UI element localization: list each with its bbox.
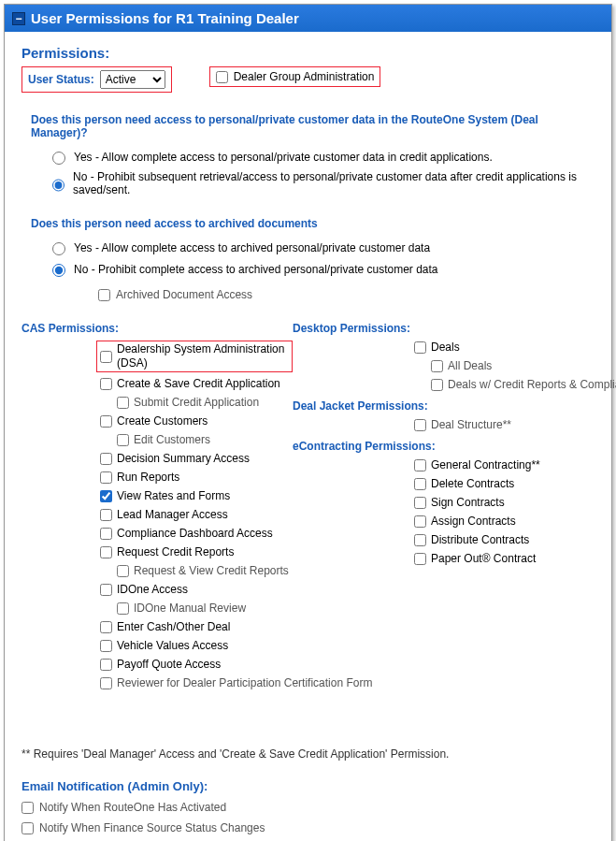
decision-checkbox[interactable] — [100, 453, 112, 465]
idone-manual-checkbox[interactable] — [117, 602, 129, 615]
permissions-panel: − User Permissions for R1 Training Deale… — [4, 4, 612, 841]
user-status-label: User Status: — [28, 73, 94, 86]
sign-contracts-checkbox[interactable] — [414, 497, 426, 509]
dealer-group-admin-label: Dealer Group Administration — [234, 70, 375, 83]
req-view-checkbox[interactable] — [117, 565, 129, 577]
submit-label: Submit Credit Application — [134, 396, 259, 410]
general-contracting-label: General Contracting** — [431, 458, 540, 472]
idone-label: IDOne Access — [117, 583, 188, 597]
q1-no-row[interactable]: No - Prohibit subsequent retrieval/acces… — [48, 170, 595, 196]
footnote: ** Requires 'Deal Manager' Access and 'C… — [21, 747, 595, 761]
permissions-heading: Permissions: — [21, 45, 595, 61]
desktop-heading: Desktop Permissions: — [293, 322, 616, 335]
all-deals-checkbox[interactable] — [431, 360, 443, 372]
general-contracting-checkbox[interactable] — [414, 459, 426, 471]
deals-credit-label: Deals w/ Credit Reports & Compliance — [448, 378, 616, 392]
req-credit-label: Request Credit Reports — [117, 545, 234, 559]
sign-contracts-label: Sign Contracts — [431, 496, 505, 510]
deal-structure-checkbox[interactable] — [414, 419, 426, 431]
paper-out-label: Paper Out® Contract — [431, 552, 536, 566]
q2-heading: Does this person need access to archived… — [31, 217, 595, 230]
deals-checkbox[interactable] — [414, 341, 426, 354]
q2-no-label: No - Prohibit complete access to archive… — [74, 263, 438, 276]
vehicle-values-checkbox[interactable] — [100, 640, 112, 652]
payoff-checkbox[interactable] — [100, 659, 112, 671]
user-status-select[interactable]: Active — [100, 70, 165, 89]
compliance-label: Compliance Dashboard Access — [117, 527, 273, 541]
dealer-group-admin-checkbox[interactable] — [216, 71, 228, 83]
q2-no-radio[interactable] — [52, 264, 65, 277]
notify-finsource-checkbox[interactable] — [21, 822, 34, 834]
distribute-contracts-label: Distribute Contracts — [431, 533, 529, 547]
q2-yes-radio[interactable] — [52, 242, 65, 255]
archived-doc-label: Archived Document Access — [116, 288, 252, 301]
create-save-checkbox[interactable] — [100, 378, 112, 390]
assign-contracts-label: Assign Contracts — [431, 515, 516, 529]
q1-no-label: No - Prohibit subsequent retrieval/acces… — [73, 170, 595, 196]
notify-activated-checkbox[interactable] — [21, 802, 34, 814]
deals-credit-checkbox[interactable] — [431, 379, 443, 391]
run-reports-label: Run Reports — [117, 471, 179, 485]
create-cust-label: Create Customers — [117, 414, 208, 428]
econ-heading: eContracting Permissions: — [293, 440, 616, 453]
paper-out-checkbox[interactable] — [414, 553, 426, 565]
notify-finsource-label: Notify When Finance Source Status Change… — [39, 821, 265, 834]
deal-structure-label: Deal Structure** — [431, 418, 511, 432]
lead-mgr-label: Lead Manager Access — [117, 508, 228, 522]
create-cust-checkbox[interactable] — [100, 415, 112, 428]
archived-doc-checkbox[interactable] — [98, 289, 110, 301]
idone-checkbox[interactable] — [100, 584, 112, 596]
assign-contracts-checkbox[interactable] — [414, 515, 426, 528]
deals-label: Deals — [431, 341, 460, 355]
decision-label: Decision Summary Access — [117, 452, 250, 466]
collapse-icon[interactable]: − — [12, 12, 25, 25]
vehicle-values-label: Vehicle Values Access — [117, 639, 228, 653]
payoff-label: Payoff Quote Access — [117, 658, 221, 672]
req-credit-checkbox[interactable] — [100, 546, 112, 558]
title-bar: − User Permissions for R1 Training Deale… — [5, 5, 611, 32]
q2-no-row[interactable]: No - Prohibit complete access to archive… — [48, 261, 595, 277]
run-reports-checkbox[interactable] — [100, 471, 112, 484]
view-rates-label: View Rates and Forms — [117, 489, 230, 503]
q2-yes-label: Yes - Allow complete access to archived … — [74, 241, 430, 254]
q1-no-radio[interactable] — [52, 179, 64, 192]
q1-heading: Does this person need access to personal… — [31, 113, 595, 139]
user-status-box: User Status: Active — [21, 66, 172, 93]
delete-contracts-checkbox[interactable] — [414, 478, 426, 490]
all-deals-label: All Deals — [448, 359, 492, 373]
panel-title: User Permissions for R1 Training Dealer — [31, 10, 299, 26]
q2-yes-row[interactable]: Yes - Allow complete access to archived … — [48, 239, 595, 255]
reviewer-checkbox[interactable] — [100, 677, 112, 689]
dsa-checkbox[interactable] — [100, 351, 112, 363]
enter-cash-label: Enter Cash/Other Deal — [117, 620, 230, 634]
dsa-label: Dealership System Administration (DSA) — [117, 342, 289, 370]
enter-cash-checkbox[interactable] — [100, 621, 112, 633]
distribute-contracts-checkbox[interactable] — [414, 534, 426, 546]
q1-yes-row[interactable]: Yes - Allow complete access to personal/… — [48, 149, 595, 165]
dealer-group-admin-box: Dealer Group Administration — [209, 66, 381, 87]
email-heading: Email Notification (Admin Only): — [21, 779, 595, 793]
notify-activated-label: Notify When RouteOne Has Activated — [39, 801, 226, 814]
idone-manual-label: IDOne Manual Review — [134, 602, 246, 616]
compliance-checkbox[interactable] — [100, 528, 112, 540]
req-view-label: Request & View Credit Reports — [134, 564, 289, 578]
delete-contracts-label: Delete Contracts — [431, 477, 514, 491]
edit-cust-checkbox[interactable] — [117, 434, 129, 446]
view-rates-checkbox[interactable] — [100, 490, 112, 502]
create-save-label: Create & Save Credit Application — [117, 377, 280, 391]
cas-heading: CAS Permissions: — [21, 322, 293, 335]
deal-jacket-heading: Deal Jacket Permissions: — [293, 399, 616, 413]
dsa-highlight: Dealership System Administration (DSA) — [96, 341, 293, 372]
edit-cust-label: Edit Customers — [134, 433, 210, 447]
lead-mgr-checkbox[interactable] — [100, 509, 112, 521]
q1-yes-label: Yes - Allow complete access to personal/… — [74, 151, 493, 164]
q1-yes-radio[interactable] — [52, 152, 65, 165]
submit-checkbox[interactable] — [117, 397, 129, 409]
